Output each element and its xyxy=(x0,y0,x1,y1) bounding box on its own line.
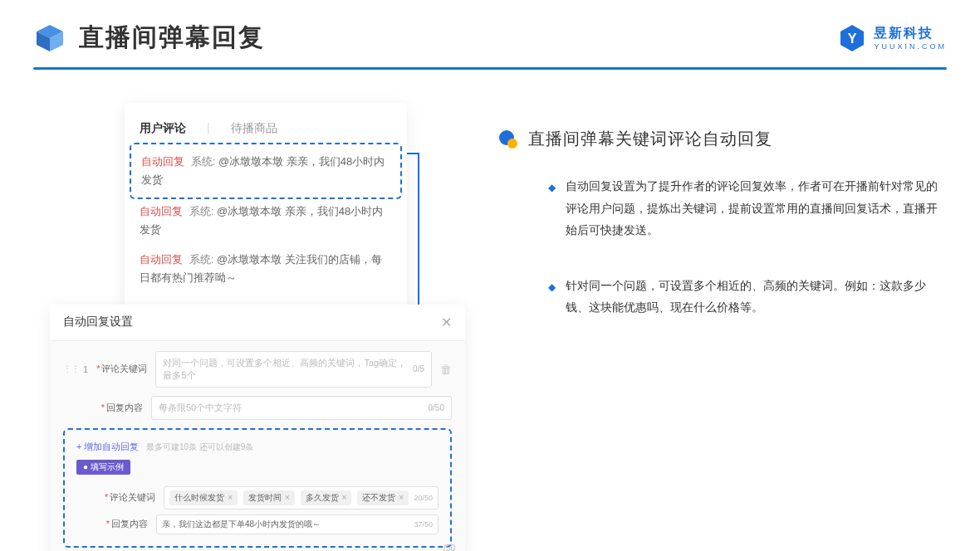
brand-logo: Y 昱新科技 YUUXIN.COM xyxy=(837,23,947,53)
comment-item: 自动回复 系统: @冰墩墩本墩 亲亲，我们48小时内发货 xyxy=(140,202,392,239)
system-label: 系统: xyxy=(189,205,214,217)
tabs: 用户评论 | 待播商品 xyxy=(140,121,392,136)
tag-remove-icon: × xyxy=(342,493,347,502)
modal-title: 自动回复设置 xyxy=(63,315,133,329)
bullet-marker-icon: ◆ xyxy=(548,178,556,241)
page-title: 直播间弹幕回复 xyxy=(79,21,265,55)
keyword-tag[interactable]: 发货时间× xyxy=(243,490,295,505)
input-placeholder: 每条限50个中文字符 xyxy=(159,402,242,414)
main-content: 用户评论 | 待播商品 自动回复 系统: @冰墩墩本墩 亲亲，我们48小时内发货… xyxy=(0,70,980,551)
tag-remove-icon: × xyxy=(399,493,404,502)
section-title-row: 直播间弹幕关键词评论自动回复 xyxy=(498,128,947,150)
close-button[interactable]: ✕ xyxy=(441,315,452,330)
add-tip: 最多可建10条 还可以创建9条 xyxy=(146,442,253,451)
tab-user-comments[interactable]: 用户评论 xyxy=(140,121,186,136)
settings-card: 自动回复设置 ✕ ⋮⋮ 1 *评论关键词 对同一个问题，可设置多个相近、高频的关… xyxy=(50,305,465,551)
example-highlight-box: + 增加自动回复 最多可建10条 还可以创建9条 ● 填写示例 *评论关键词 什… xyxy=(63,428,452,548)
system-label: 系统: xyxy=(189,253,214,266)
delete-icon[interactable]: 🗑 xyxy=(440,363,452,376)
auto-reply-tag: 自动回复 xyxy=(141,155,184,168)
tab-divider: | xyxy=(207,121,210,136)
row-index: ⋮⋮ 1 xyxy=(63,364,88,374)
keyword-tag[interactable]: 多久发货× xyxy=(301,490,352,505)
svg-text:Y: Y xyxy=(848,32,857,46)
bullet-item: ◆ 自动回复设置为了提升作者的评论回复效率，作者可在开播前针对常见的评论用户问题… xyxy=(548,175,947,241)
example-content-row: *回复内容 亲，我们这边都是下单48小时内发货的哦～ 37/50 xyxy=(76,514,439,534)
tag-container: 什么时候发货× 发货时间× 多久发货× 还不发货× xyxy=(169,490,412,505)
comments-card: 用户评论 | 待播商品 自动回复 系统: @冰墩墩本墩 亲亲，我们48小时内发货… xyxy=(125,103,407,313)
bullet-text: 自动回复设置为了提升作者的评论回复效率，作者可在开播前针对常见的评论用户问题，提… xyxy=(566,175,947,241)
bullet-item: ◆ 针对同一个问题，可设置多个相近的、高频的关键词。例如：这款多少钱、这块能优惠… xyxy=(548,275,947,319)
comment-list: 自动回复 系统: @冰墩墩本墩 亲亲，我们48小时内发货 自动回复 系统: @冰… xyxy=(140,151,392,288)
brand-url: YUUXIN.COM xyxy=(874,42,947,51)
example-badge: ● 填写示例 xyxy=(76,460,130,475)
keyword-tag[interactable]: 还不发货× xyxy=(357,490,409,505)
drag-handle-icon[interactable]: ⋮⋮ xyxy=(63,365,80,373)
auto-reply-tag: 自动回复 xyxy=(140,205,183,217)
content-label: *回复内容 xyxy=(100,402,143,414)
connector-line xyxy=(407,153,418,154)
keyword-tag[interactable]: 什么时候发货× xyxy=(169,490,238,505)
tab-pending-products[interactable]: 待播商品 xyxy=(231,121,277,136)
header-left: 直播间弹幕回复 xyxy=(33,21,265,55)
example-content-text: 亲，我们这边都是下单48小时内发货的哦～ xyxy=(162,519,321,530)
comment-item: 自动回复 系统: @冰墩墩本墩 关注我们的店铺，每日都有热门推荐呦～ xyxy=(140,251,392,287)
modal-header: 自动回复设置 ✕ xyxy=(50,305,465,341)
input-counter: 20/50 xyxy=(414,494,433,502)
example-keyword-label: *评论关键词 xyxy=(105,491,155,504)
input-counter: 0/50 xyxy=(429,403,444,412)
input-placeholder: 对同一个问题，可设置多个相近、高频的关键词，Tag确定，最多5个 xyxy=(163,357,413,382)
highlighted-comment: 自动回复 系统: @冰墩墩本墩 亲亲，我们48小时内发货 xyxy=(130,143,402,199)
section-title: 直播间弹幕关键词评论自动回复 xyxy=(528,128,772,150)
keyword-input[interactable]: 对同一个问题，可设置多个相近、高频的关键词，Tag确定，最多5个 0/5 xyxy=(155,351,432,388)
page-header: 直播间弹幕回复 Y 昱新科技 YUUXIN.COM xyxy=(0,0,980,55)
brand-icon: Y xyxy=(837,23,867,53)
content-input[interactable]: 每条限50个中文字符 0/50 xyxy=(151,396,452,420)
auto-reply-tag: 自动回复 xyxy=(140,253,183,266)
example-keyword-row: *评论关键词 什么时候发货× 发货时间× 多久发货× 还不发货× 20/50 xyxy=(76,486,439,510)
form-row-keyword: ⋮⋮ 1 *评论关键词 对同一个问题，可设置多个相近、高频的关键词，Tag确定，… xyxy=(63,351,452,388)
side-counter: /50 xyxy=(443,544,455,551)
chat-bubble-icon xyxy=(498,129,518,149)
example-content-label: *回复内容 xyxy=(105,518,148,530)
tag-remove-icon: × xyxy=(285,493,290,502)
example-content-input[interactable]: 亲，我们这边都是下单48小时内发货的哦～ 37/50 xyxy=(156,514,439,534)
brand-name: 昱新科技 xyxy=(874,25,947,42)
add-auto-reply-link[interactable]: + 增加自动回复 xyxy=(76,441,139,451)
comment-item: 自动回复 系统: @冰墩墩本墩 亲亲，我们48小时内发货 xyxy=(141,153,390,189)
example-keyword-input[interactable]: 什么时候发货× 发货时间× 多久发货× 还不发货× 20/50 xyxy=(164,486,439,510)
tag-remove-icon: × xyxy=(228,493,233,502)
input-counter: 0/5 xyxy=(413,364,424,373)
right-column: 直播间弹幕关键词评论自动回复 ◆ 自动回复设置为了提升作者的评论回复效率，作者可… xyxy=(498,103,947,551)
keyword-label: *评论关键词 xyxy=(96,363,147,375)
left-column: 用户评论 | 待播商品 自动回复 系统: @冰墩墩本墩 亲亲，我们48小时内发货… xyxy=(50,103,465,551)
input-counter: 37/50 xyxy=(414,520,433,529)
bullet-marker-icon: ◆ xyxy=(548,278,556,319)
svg-point-5 xyxy=(507,139,517,149)
bullet-text: 针对同一个问题，可设置多个相近的、高频的关键词。例如：这款多少钱、这块能优惠吗、… xyxy=(566,275,947,319)
cube-icon xyxy=(33,22,66,55)
modal-body: ⋮⋮ 1 *评论关键词 对同一个问题，可设置多个相近、高频的关键词，Tag确定，… xyxy=(50,341,465,551)
form-row-content: *回复内容 每条限50个中文字符 0/50 xyxy=(63,396,452,420)
bullet-list: ◆ 自动回复设置为了提升作者的评论回复效率，作者可在开播前针对常见的评论用户问题… xyxy=(498,175,947,319)
system-label: 系统: xyxy=(191,155,216,168)
